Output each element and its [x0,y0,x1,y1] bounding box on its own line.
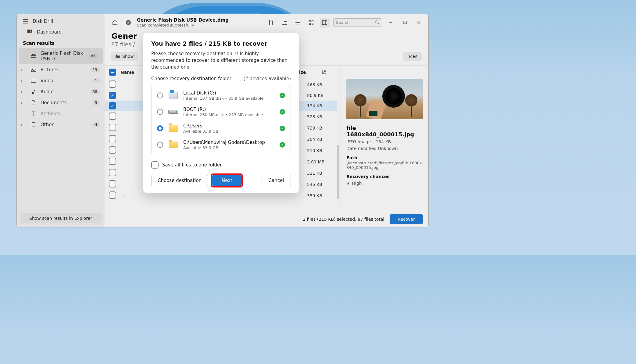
panel-toggle-icon[interactable] [320,18,330,27]
check-ok-icon: ✓ [280,142,285,148]
status-complete-icon [123,18,133,27]
chevron-right-icon: › [21,79,22,83]
documents-icon [31,100,36,105]
sidebar-item-audio[interactable]: › Audio 58 [17,86,105,97]
sidebar-item-video[interactable]: › Video 1 [17,75,105,86]
row-checkbox[interactable] [109,112,116,120]
row-size: 739 KB [307,126,333,130]
sidebar-item-label: Archives [41,111,60,116]
svg-point-36 [118,56,119,57]
video-icon [31,78,36,84]
cancel-button[interactable]: Cancel [262,175,291,186]
sidebar-item-disk[interactable]: Generic Flash Disk USB D... 87 [19,48,103,64]
count-badge: 19 [90,67,100,72]
svg-rect-0 [27,30,29,31]
toolbar-title: Generic Flash Disk USB Device.dmg [137,17,229,23]
destination-radio[interactable] [157,142,163,148]
next-button[interactable]: Next [212,175,241,186]
sidebar-item-label: Documents [41,100,67,105]
destination-radio[interactable] [157,125,163,131]
scrollbar[interactable] [337,145,339,199]
filter-show[interactable]: Show [111,52,138,61]
list-view-icon[interactable] [293,18,303,27]
toolbar-subtitle: Scan completed successfully [137,23,229,27]
grid-view-icon[interactable] [306,18,316,27]
detail-type: JPEG Image – 134 KB [346,139,423,144]
sidebar-item-other[interactable]: › Other 4 [17,119,105,130]
svg-line-38 [323,71,325,73]
folder-icon[interactable] [280,18,289,27]
detail-filename: file 1680x840_000015.jpg [346,125,423,137]
destination-option[interactable]: Local Disk (C:)Internal 107 GB disk • 33… [152,87,291,104]
selection-status: 2 files (215 KB) selected, 87 files tota… [303,217,384,222]
dialog-devices-count: (2 devices available) [243,76,291,81]
search-placeholder: Search [336,20,350,25]
folder-icon [168,141,178,149]
svg-rect-29 [404,21,406,24]
row-checkbox[interactable] [109,124,116,131]
chevron-right-icon: › [21,123,22,127]
count-badge: 58 [90,89,100,94]
chevron-right-icon: › [21,101,22,105]
recover-button[interactable]: Recover [390,214,423,224]
folder-icon [168,124,178,132]
svg-point-14 [296,21,296,21]
row-checkbox[interactable] [109,80,116,88]
destination-name: Local Disk (C:) [183,90,275,96]
count-badge: 87 [88,54,98,59]
show-in-explorer-button[interactable]: Show scan results in Explorer [20,213,102,223]
svg-point-35 [116,55,117,56]
menu-icon[interactable] [23,19,28,23]
row-checkbox[interactable] [109,102,116,109]
sidebar-item-dashboard[interactable]: Dashboard [17,27,105,37]
sidebar-item-archives[interactable]: Archives [17,108,105,119]
destination-radio[interactable] [157,109,163,115]
file-icon[interactable] [266,18,276,27]
row-size: 528 KB [307,114,333,119]
search-input[interactable]: Search [333,18,382,27]
destination-radio[interactable] [157,92,163,98]
row-checkbox[interactable] [109,158,116,165]
close-button[interactable] [414,18,424,27]
row-checkbox[interactable] [109,92,116,99]
destination-sub: Internal 260 MB disk • 223 MB available [183,112,275,117]
minimize-button[interactable] [386,18,396,27]
search-icon [375,20,379,24]
destination-option[interactable]: C:\Users\Manuviraj Godara\DesktopAvailab… [152,137,291,153]
preview-thumbnail [346,79,423,119]
select-all-checkbox[interactable] [109,69,116,76]
destination-option[interactable]: BOOT (R:)Internal 260 MB disk • 223 MB a… [152,104,291,120]
column-size[interactable]: Size [296,70,322,75]
row-checkbox[interactable] [109,146,116,154]
row-checkbox[interactable] [109,191,116,199]
open-external-icon[interactable] [322,70,333,74]
check-ok-icon: ✓ [280,109,285,115]
app-name: Disk Drill [33,19,53,24]
svg-rect-2 [31,30,32,31]
row-checkbox[interactable] [109,135,116,142]
destination-name: C:\Users [183,123,275,129]
destination-option[interactable]: C:\UsersAvailable 33.9 GB✓ [152,120,291,137]
row-size: 80.9 KB [307,93,333,98]
maximize-button[interactable] [400,18,410,27]
audio-icon [31,89,36,95]
choose-destination-button[interactable]: Choose destination [151,175,208,186]
expand-icon[interactable]: › [120,194,128,198]
svg-rect-5 [31,31,32,33]
svg-rect-21 [312,20,313,22]
row-size: 311 KB [307,171,333,176]
sidebar-item-label: Dashboard [37,29,62,35]
check-ok-icon: ✓ [280,93,285,98]
sidebar-item-pictures[interactable]: › Pictures 19 [17,64,105,75]
row-checkbox[interactable] [109,169,116,176]
filter-chances[interactable]: nces [403,52,422,61]
row-checkbox[interactable] [109,180,116,187]
sidebar-item-label: Video [41,78,53,84]
svg-rect-20 [309,20,311,22]
svg-rect-1 [29,30,30,31]
home-icon[interactable] [110,18,120,27]
svg-point-26 [376,21,378,23]
save-one-folder-checkbox[interactable] [151,161,159,169]
other-icon [31,122,36,127]
sidebar-item-documents[interactable]: › Documents 5 [17,97,105,108]
